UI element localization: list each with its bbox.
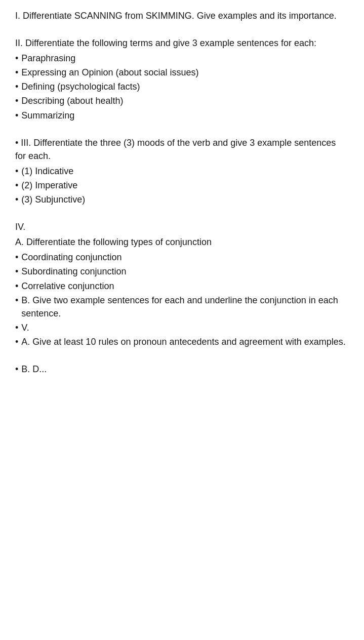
list-item: • B. Give two example sentences for each…: [15, 294, 349, 320]
bullet-icon: •: [15, 165, 18, 178]
bullet-label: Defining (psychological facts): [21, 80, 349, 93]
bullet-icon: •: [15, 179, 18, 192]
bullet-icon: •: [15, 265, 18, 278]
list-item: • Subordinating conjunction: [15, 265, 349, 278]
list-item: • (1) Indicative: [15, 165, 349, 178]
list-item: • Correlative conjunction: [15, 279, 349, 293]
bullet-label: A. Give at least 10 rules on pronoun ant…: [21, 335, 349, 348]
bullet-icon: •: [15, 321, 18, 334]
section-4-roman: IV.: [15, 220, 349, 233]
bullet-label: B. Give two example sentences for each a…: [21, 294, 349, 320]
section-3: • III. Differentiate the three (3) moods…: [15, 136, 349, 206]
section-2-title: II. Differentiate the following terms an…: [15, 36, 349, 50]
list-item: • Describing (about health): [15, 94, 349, 107]
bullet-label: (3) Subjunctive): [21, 193, 349, 206]
bullet-icon: •: [15, 335, 18, 348]
bullet-icon: •: [15, 52, 18, 65]
list-item: • Coordinating conjunction: [15, 251, 349, 264]
list-item: • Summarizing: [15, 109, 349, 122]
bullet-label: (1) Indicative: [21, 165, 349, 178]
page-content: I. Differentiate SCANNING from SKIMMING.…: [15, 9, 349, 377]
bullet-label: (2) Imperative: [21, 179, 349, 192]
bottom-cutoff: • B. D...: [15, 363, 349, 377]
list-item: • (2) Imperative: [15, 179, 349, 192]
bullet-icon: •: [15, 279, 18, 293]
bullet-label: Describing (about health): [21, 94, 349, 107]
list-item: • V.: [15, 321, 349, 334]
list-item: • Expressing an Opinion (about social is…: [15, 66, 349, 79]
section-1-text: I. Differentiate SCANNING from SKIMMING.…: [15, 9, 349, 22]
bullet-label: Coordinating conjunction: [21, 251, 349, 264]
bullet-icon: •: [15, 66, 18, 79]
bullet-icon: •: [15, 363, 18, 376]
bullet-label: Summarizing: [21, 109, 349, 122]
bullet-label: Correlative conjunction: [21, 279, 349, 293]
bullet-label: B. D...: [21, 363, 349, 376]
bullet-label: Paraphrasing: [21, 52, 349, 65]
bullet-label: Expressing an Opinion (about social issu…: [21, 66, 349, 79]
bullet-icon: •: [15, 294, 18, 307]
section-3-title: • III. Differentiate the three (3) moods…: [15, 136, 349, 163]
list-item: • Defining (psychological facts): [15, 80, 349, 93]
bullet-icon: •: [15, 94, 18, 107]
section-1: I. Differentiate SCANNING from SKIMMING.…: [15, 9, 349, 22]
list-item: • (3) Subjunctive): [15, 193, 349, 206]
bullet-icon: •: [15, 251, 18, 264]
section-4-subtitle: A. Differentiate the following types of …: [15, 235, 349, 249]
list-item: • Paraphrasing: [15, 52, 349, 65]
bullet-icon: •: [15, 193, 18, 206]
list-item: • B. D...: [15, 363, 349, 376]
bullet-icon: •: [15, 80, 18, 93]
section-2: II. Differentiate the following terms an…: [15, 36, 349, 122]
bullet-label: V.: [21, 321, 349, 334]
bullet-label: Subordinating conjunction: [21, 265, 349, 278]
bullet-icon: •: [15, 109, 18, 122]
list-item: • A. Give at least 10 rules on pronoun a…: [15, 335, 349, 348]
section-4: IV. A. Differentiate the following types…: [15, 220, 349, 348]
